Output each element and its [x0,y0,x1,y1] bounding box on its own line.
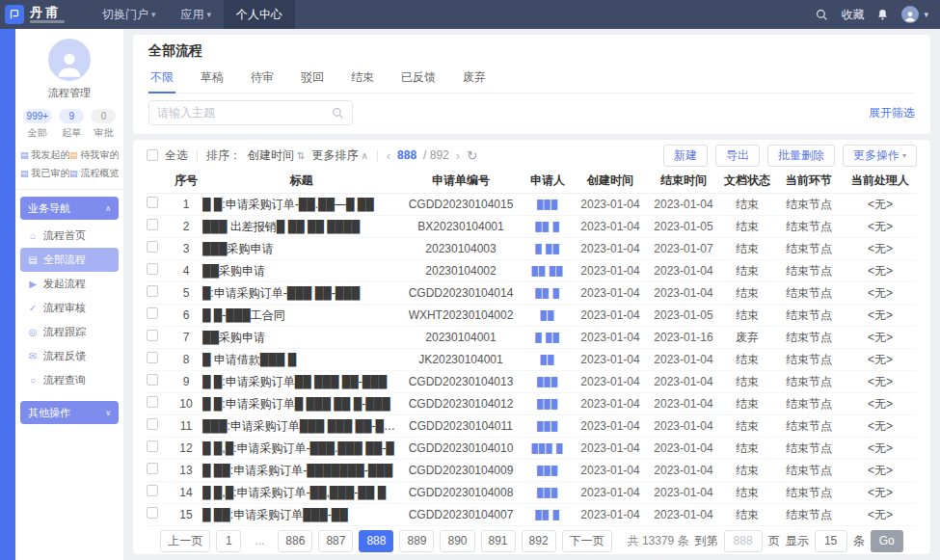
cell-no: 6 [170,304,202,326]
row-checkbox[interactable] [147,507,158,519]
divider [377,149,378,162]
row-checkbox[interactable] [147,418,158,430]
page-button-887[interactable]: 887 [318,530,353,552]
tab-驳回[interactable]: 驳回 [299,65,326,93]
cell-order-no: 20230104001 [400,326,522,348]
bell-icon[interactable] [876,9,889,21]
sidebar-item-流程首页[interactable]: ⌂流程首页 [20,224,119,248]
stat-全部[interactable]: 999+全部 [23,109,53,140]
avatar[interactable] [901,6,919,23]
page-button-1[interactable]: 1 [216,530,241,552]
tab-结束[interactable]: 结束 [349,65,376,93]
cell-title[interactable]: ███采购申请 [202,237,400,259]
row-checkbox[interactable] [147,263,158,275]
page-button-889[interactable]: 889 [399,530,434,552]
quick-link-流程概览[interactable]: ▤流程概览 [69,167,119,180]
cell-title[interactable]: █ █:申请采购订单-██.██—█ ██ [202,193,400,215]
button-导出[interactable]: 导出 [715,145,760,167]
cell-title[interactable]: ███ 出差报销█ ██ ██ ████ [202,215,400,237]
stat-审批[interactable]: 0审批 [91,109,116,140]
cell-title[interactable]: █ 申请借款███ █ [202,348,400,370]
select-all-checkbox[interactable] [147,149,158,161]
next-page-button[interactable]: 下一页 [562,530,612,552]
cell-title[interactable]: █ █:申请采购订单██ ███ ██-███ [202,370,400,392]
cell-title[interactable]: █ █,█:申请采购订单-███.███ ██-█ [202,437,400,459]
tab-废弃[interactable]: 废弃 [461,65,488,93]
cell-title[interactable]: █ ██:申请采购订单-███████-███ [202,459,400,481]
row-checkbox[interactable] [147,197,158,208]
search-icon[interactable] [816,9,828,21]
table-row: 1█ █:申请采购订单-██.██—█ ██CGDD20230104015███… [147,193,917,215]
tab-已反馈[interactable]: 已反馈 [399,65,438,93]
page-button-890[interactable]: 890 [440,530,474,552]
cell-applicant: ███ [522,414,574,437]
row-checkbox[interactable] [147,219,158,230]
section-other-ops[interactable]: 其他操作 ∨ [20,401,119,424]
sidebar-item-流程查询[interactable]: ○流程查询 [20,368,119,392]
quick-link-我已审的[interactable]: ▤我已审的 [20,167,69,180]
page-size-input[interactable] [815,530,847,552]
section-business-nav[interactable]: 业务导航 ∧ [20,197,119,220]
menu-icon: ▶ [27,279,39,289]
sidebar-item-流程审核[interactable]: ✓流程审核 [20,296,119,320]
sidebar-item-流程跟踪[interactable]: ◎流程跟踪 [20,320,119,344]
page-button-886[interactable]: 886 [278,530,312,552]
cell-title[interactable]: █ █:申请采购订单█ ███ ██ █-███ [202,392,400,414]
prev-page-icon[interactable]: ‹ [387,148,390,163]
topnav-item-切换门户[interactable]: 切换门户▾ [90,0,169,29]
next-page-icon[interactable]: › [456,148,460,163]
cell-doc-status: 结束 [720,215,774,237]
jump-label-suffix: 页 [768,533,780,549]
topnav-item-个人中心[interactable]: 个人中心 [224,0,295,29]
cell-title[interactable]: ██采购申请 [202,326,400,348]
sidebar-item-流程反馈[interactable]: ✉流程反馈 [20,344,119,368]
tab-待审[interactable]: 待审 [249,65,276,93]
cell-title[interactable]: █ █,█:申请采购订单-██,███-██ █ [202,481,400,503]
expand-filter-link[interactable]: 展开筛选 [869,105,915,121]
cell-title[interactable]: █ ██:申请采购订单███-██ [202,503,400,525]
search-input[interactable] [157,106,332,120]
favorites-link[interactable]: 收藏 [841,7,864,23]
row-checkbox[interactable] [147,352,158,363]
sort-field-create-time[interactable]: 创建时间 ⇅ [248,147,305,164]
search-icon[interactable] [332,107,344,120]
row-checkbox[interactable] [147,330,158,341]
cell-title[interactable]: ██采购申请 [202,259,400,281]
row-checkbox[interactable] [147,396,158,408]
row-checkbox[interactable] [147,485,158,496]
sidebar-item-发起流程[interactable]: ▶发起流程 [20,272,119,296]
row-checkbox[interactable] [147,374,158,386]
tab-不限[interactable]: 不限 [148,65,175,93]
button-更多操作[interactable]: 更多操作▾ [843,145,917,167]
page-button-888[interactable]: 888 [359,530,393,552]
go-button[interactable]: Go [871,530,903,552]
chevron-down-icon[interactable]: ▾ [924,10,928,19]
cell-create-time: 2023-01-04 [574,348,647,370]
jump-page-input[interactable] [724,530,763,552]
cell-title[interactable]: ███:申请采购订单███ ███ ██-███ [202,414,400,437]
prev-page-button[interactable]: 上一页 [160,530,210,552]
tab-草稿[interactable]: 草稿 [199,65,226,93]
refresh-icon[interactable]: ↻ [467,148,477,163]
page-button-891[interactable]: 891 [481,530,516,552]
cell-end-time: 2023-01-04 [647,392,720,414]
cell-title[interactable]: █ █-███工合同 [202,304,400,326]
button-新建[interactable]: 新建 [663,145,708,167]
row-checkbox[interactable] [147,241,158,253]
row-checkbox[interactable] [147,307,158,319]
row-checkbox[interactable] [147,463,158,474]
button-批量删除[interactable]: 批量删除 [767,145,835,167]
sidebar-item-全部流程[interactable]: ▤全部流程 [20,248,119,272]
select-all-label[interactable]: 全选 [165,147,188,164]
row-checkbox[interactable] [147,285,158,297]
app-logo[interactable] [5,5,24,24]
cell-create-time: 2023-01-04 [574,304,647,326]
cell-title[interactable]: █:申请采购订单-███ ██-███ [202,281,400,304]
quick-link-待我审的[interactable]: ▤待我审的 [69,148,119,162]
more-sort[interactable]: 更多排序 ∧ [311,147,367,164]
topnav-item-应用[interactable]: 应用▾ [169,0,225,29]
page-button-892[interactable]: 892 [522,530,556,552]
stat-起草[interactable]: 9起草 [59,109,84,140]
row-checkbox[interactable] [147,440,158,452]
quick-link-我发起的[interactable]: ▤我发起的 [20,148,69,162]
